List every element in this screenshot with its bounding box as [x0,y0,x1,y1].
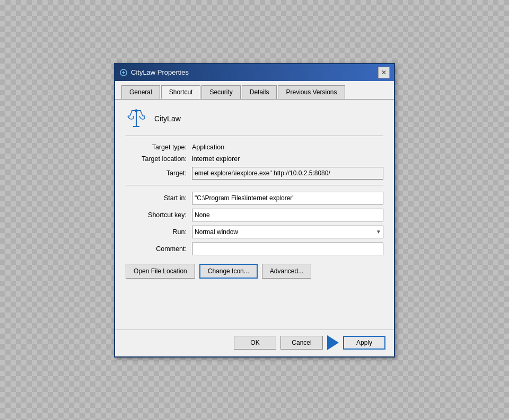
comment-input[interactable] [192,243,383,255]
tabs-bar: General Shortcut Security Details Previo… [115,81,394,100]
svg-line-5 [141,111,143,116]
ok-button[interactable]: OK [234,336,276,350]
advanced-button[interactable]: Advanced... [262,264,311,279]
dialog-icon [119,68,128,77]
properties-dialog: CityLaw Properties ✕ General Shortcut Se… [114,63,395,358]
title-bar: CityLaw Properties ✕ [115,64,394,81]
dialog-title: CityLaw Properties [131,68,189,76]
tab-shortcut[interactable]: Shortcut [161,85,201,99]
target-input[interactable] [192,167,383,180]
tab-security[interactable]: Security [201,85,240,99]
tab-previous-versions[interactable]: Previous Versions [278,85,345,99]
app-name: CityLaw [154,114,181,123]
tab-general[interactable]: General [121,85,160,99]
target-location-row: Target location: internet explorer [126,155,383,163]
target-location-label: Target location: [126,155,192,163]
shortcut-key-label: Shortcut key: [126,211,192,219]
fields-section: Target type: Application Target location… [126,144,383,180]
target-type-row: Target type: Application [126,144,383,151]
shortcut-key-row: Shortcut key: [126,209,383,221]
start-in-input[interactable] [192,192,383,204]
run-select-wrapper: Normal window ▼ [192,226,383,238]
bottom-buttons-bar: OK Cancel Apply [115,329,394,356]
run-label: Run: [126,228,192,236]
target-label: Target: [126,169,192,177]
comment-label: Comment: [126,245,192,253]
shortcut-key-input[interactable] [192,209,383,221]
dialog-body: CityLaw Target type: Application Target … [115,100,394,329]
spacer [126,279,383,321]
tab-details[interactable]: Details [242,85,277,99]
svg-line-3 [130,111,132,116]
cancel-button[interactable]: Cancel [280,336,323,350]
app-header: CityLaw [126,108,383,136]
title-bar-left: CityLaw Properties [119,68,189,77]
app-icon [126,108,147,129]
start-in-row: Start in: [126,192,383,204]
open-file-location-button[interactable]: Open File Location [126,264,195,279]
target-type-label: Target type: [126,144,192,151]
start-in-label: Start in: [126,194,192,202]
run-row: Run: Normal window ▼ [126,226,383,238]
target-row: Target: [126,167,383,180]
run-select[interactable]: Normal window [192,226,383,238]
comment-row: Comment: [126,243,383,255]
fields-section-2: Start in: Shortcut key: Run: Normal wind… [126,192,383,255]
apply-button[interactable]: Apply [343,336,385,350]
divider-1 [126,185,383,185]
action-buttons-row: Open File Location Change Icon... Advanc… [126,264,383,279]
close-button[interactable]: ✕ [378,67,390,78]
arrow-indicator-icon [327,335,339,350]
target-location-value: internet explorer [192,155,240,163]
change-icon-button[interactable]: Change Icon... [199,264,258,279]
target-type-value: Application [192,144,224,151]
